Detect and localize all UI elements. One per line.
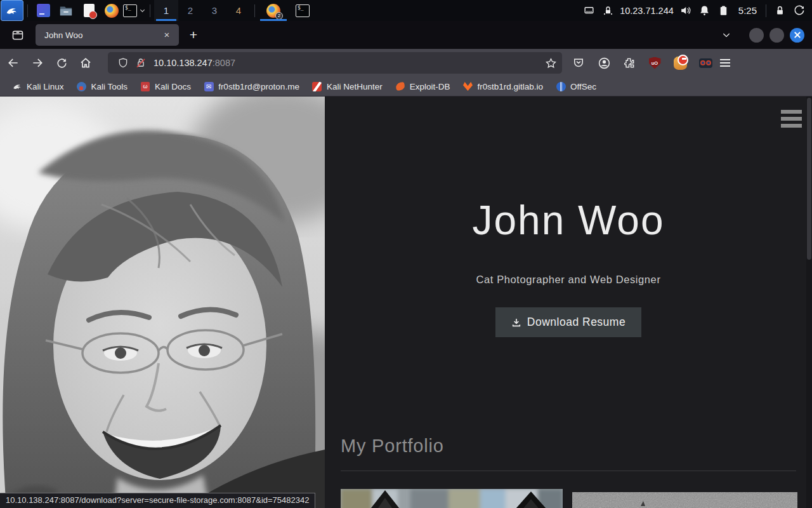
workspace-2[interactable]: 2 [178,0,202,21]
browser-menu-button[interactable] [716,59,735,66]
forward-button[interactable] [27,52,48,74]
firefox-view-button[interactable] [5,24,30,46]
list-all-tabs-button[interactable] [715,24,738,46]
offsec-favicon [556,81,566,91]
bookmark-label: Kali NetHunter [327,82,383,91]
hero-section: John Woo Cat Photographer and Web Design… [325,97,812,337]
bookmark-label: OffSec [570,82,596,91]
text-editor-launcher[interactable] [77,0,100,21]
firefox-launcher[interactable] [100,0,123,21]
download-icon [511,318,521,328]
kali-linux-favicon [12,81,22,91]
goggles-icon [699,58,712,68]
minimize-button[interactable] [749,28,764,43]
portfolio-photo-cat-ears[interactable] [341,489,563,508]
firefox-tab-bar: John Woo × + [0,21,812,49]
url-text[interactable]: 10.10.138.247:8087 [154,58,542,68]
notifications-bell-icon[interactable] [695,0,714,21]
taskbar-tray: 10.23.71.244 5:25 [579,0,812,21]
bookmark-proton-mail[interactable]: ✉ fr0stb1rd@proton.me [198,79,305,94]
bookmark-label: Kali Tools [91,82,128,91]
url-bar[interactable]: 10.10.138.247:8087 [108,52,562,74]
bookmark-label: fr0stb1rd@proton.me [218,82,299,91]
window-icon [37,4,50,17]
file-manager-launcher[interactable] [55,0,77,21]
workspace-4[interactable]: 4 [226,0,251,21]
pocket-icon[interactable] [571,55,586,70]
extensions-puzzle-icon[interactable] [622,55,637,70]
gitlab-favicon [462,81,473,91]
firefox-icon [105,4,119,18]
taskbar-separator [254,4,255,17]
bookmark-kali-nethunter[interactable]: Kali NetHunter [306,79,388,94]
terminal-icon: $_ [296,4,310,17]
window-count-badge: 2 [275,12,283,20]
portfolio-photo-gravel[interactable] [572,492,797,508]
download-resume-button[interactable]: Download Resume [495,307,641,337]
page-subtitle: Cat Photographer and Web Designer [325,274,812,286]
webpage-viewport: John Woo Cat Photographer and Web Design… [0,97,812,508]
kali-menu-button[interactable] [1,0,23,21]
proton-mail-favicon: ✉ [204,81,214,91]
chevron-down-icon [139,7,146,14]
bookmark-kali-docs[interactable]: ω Kali Docs [134,79,197,94]
firefox-view-icon [11,29,24,41]
taskbar: $_ 1 2 3 4 2 $_ [0,0,812,21]
kali-dragon-icon [6,4,18,17]
reload-button[interactable] [51,52,72,74]
new-tab-button[interactable]: + [183,24,204,46]
network-icon[interactable] [579,0,598,21]
ublock-shield: uO [649,57,661,69]
ublock-origin-icon[interactable]: uO [647,55,662,70]
bookmark-offsec[interactable]: OffSec [550,79,602,94]
goggles-extension-icon[interactable] [698,55,713,70]
bookmark-label: Exploit-DB [410,82,450,91]
logout-icon[interactable] [789,0,808,21]
clipboard-icon[interactable] [714,0,733,21]
scrollbar-thumb[interactable] [807,98,811,260]
lock-screen-icon[interactable] [770,0,789,21]
url-host: 10.10.138.247 [154,58,213,68]
folder-icon [59,4,73,18]
workspace-1[interactable]: 1 [154,0,178,21]
kali-docs-favicon: ω [140,81,150,91]
page-scrollbar[interactable] [806,97,812,508]
account-icon[interactable] [596,55,612,70]
terminal-launcher[interactable]: $_ [123,0,146,21]
stop-sign-icon [674,57,687,70]
close-window-button[interactable] [790,28,804,43]
terminal-window-button[interactable]: $_ [288,0,317,21]
clock[interactable]: 5:25 [738,5,757,16]
kali-tools-favicon [77,81,87,91]
bookmark-gitlab[interactable]: fr0stb1rd.gitlab.io [457,79,549,94]
bookmark-label: Kali Docs [155,82,191,91]
chevron-down-icon [721,30,731,40]
desktop-launcher[interactable] [32,0,55,21]
bookmark-kali-tools[interactable]: Kali Tools [71,79,134,94]
workspace-3[interactable]: 3 [202,0,226,21]
insecure-lock-icon[interactable] [132,54,150,72]
back-button[interactable] [3,52,24,74]
maximize-button[interactable] [769,28,784,43]
bookmark-kali-linux[interactable]: Kali Linux [6,79,70,94]
tracking-protection-shield-icon[interactable] [114,54,132,72]
status-bar-link-url: 10.10.138.247:8087/download?server=secur… [0,493,315,508]
exploit-db-favicon [395,81,405,91]
kali-nethunter-favicon [312,81,322,91]
browser-tab-john-woo[interactable]: John Woo × [36,24,179,46]
taskbar-left: $_ 1 2 3 4 2 $_ [0,0,317,21]
bookmark-label: Kali Linux [27,82,64,91]
document-icon [84,4,95,17]
tab-close-button[interactable]: × [160,28,174,42]
vpn-lock-icon[interactable] [598,0,617,21]
bookmark-exploit-db[interactable]: Exploit-DB [390,79,456,94]
volume-icon[interactable] [676,0,695,21]
hero-portrait-photo [0,97,325,508]
workspace-switcher: 1 2 3 4 [154,0,251,21]
blocker-extension-icon[interactable] [672,55,688,70]
home-button[interactable] [75,52,96,74]
firefox-window-button[interactable]: 2 [259,0,288,21]
bookmark-star-icon[interactable] [542,54,560,72]
vpn-ip-address: 10.23.71.244 [620,6,674,16]
window-controls [749,28,804,43]
